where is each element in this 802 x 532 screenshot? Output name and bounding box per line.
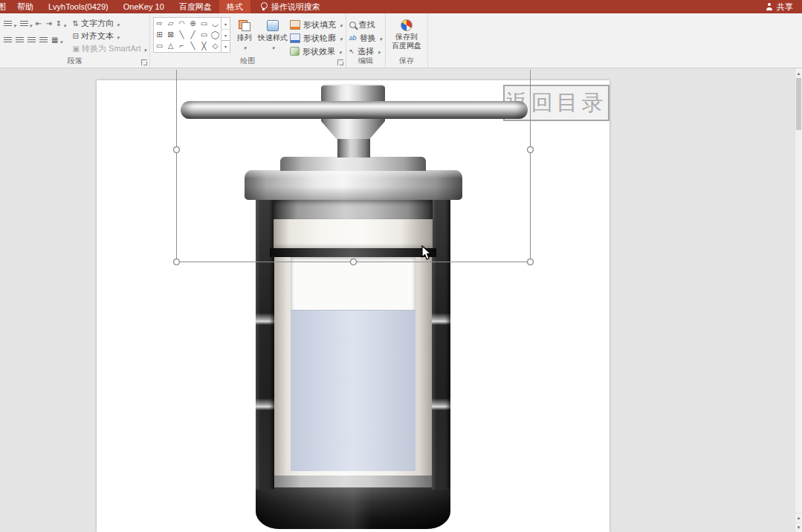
- justify-button[interactable]: [39, 36, 48, 45]
- align-right-icon: [28, 37, 36, 44]
- menu-tab-help[interactable]: 帮助: [10, 0, 41, 13]
- shape-cell[interactable]: ⇨: [154, 18, 165, 29]
- previous-slide-button[interactable]: [795, 513, 802, 522]
- quick-styles-button[interactable]: 快速样式: [259, 17, 287, 57]
- autoclave-lid-step: [280, 157, 426, 171]
- shapes-more-button[interactable]: [221, 40, 230, 52]
- autoclave-body-gap: [270, 248, 436, 257]
- menu-tab-baidu-netdisk[interactable]: 百度网盘: [172, 0, 219, 13]
- autoclave-lid-cap: [245, 170, 462, 200]
- dropdown-caret-icon: [243, 43, 247, 51]
- justify-icon: [39, 37, 48, 44]
- next-slide-button[interactable]: [795, 522, 802, 532]
- ribbon-group-paragraph: 文字方向 对齐文本 转换为 SmartArt 段落: [0, 13, 150, 68]
- dropdown-caret-icon: [377, 47, 381, 56]
- shape-cell[interactable]: ▭: [198, 18, 210, 29]
- dropdown-caret-icon: [116, 19, 120, 28]
- scroll-up-button[interactable]: [795, 68, 802, 78]
- align-center-button[interactable]: [15, 36, 25, 45]
- selection-handle-mid-right[interactable]: [527, 146, 534, 153]
- mouse-cursor-icon: [421, 245, 436, 262]
- paragraph-group-label: 段落: [0, 56, 149, 66]
- selection-handle-bottom-right[interactable]: [527, 259, 534, 265]
- align-left-button[interactable]: [3, 36, 13, 45]
- shape-cell[interactable]: ▭: [198, 29, 210, 40]
- menu-tab-partial[interactable]: 图: [0, 0, 10, 13]
- shape-effects-icon: [290, 47, 300, 56]
- arrange-button[interactable]: 排列: [230, 17, 259, 57]
- paragraph-dialog-launcher[interactable]: [141, 59, 147, 65]
- replace-button[interactable]: 替换: [349, 32, 383, 44]
- align-text-button[interactable]: 对齐文本: [73, 30, 146, 42]
- increase-indent-icon: [45, 20, 51, 27]
- shapes-scroll-down-button[interactable]: [221, 29, 230, 41]
- text-direction-button[interactable]: 文字方向: [73, 17, 146, 30]
- shape-outline-button[interactable]: 形状轮廓: [290, 32, 343, 44]
- shape-cell[interactable]: ⌐: [176, 40, 187, 51]
- powerpoint-window: 图 帮助 LvyhTools(0429) OneKey 10 百度网盘 格式 操…: [0, 0, 802, 532]
- dropdown-caret-icon: [379, 33, 383, 42]
- menu-tab-onekey[interactable]: OneKey 10: [116, 0, 172, 13]
- shape-cell[interactable]: ⊠: [165, 29, 176, 40]
- share-button[interactable]: 共享: [757, 0, 802, 13]
- selection-handle-mid-left[interactable]: [173, 146, 180, 153]
- shape-cell[interactable]: △: [165, 40, 176, 51]
- tellme-search[interactable]: 操作说明搜索: [261, 0, 320, 13]
- shape-cell[interactable]: ╲: [176, 29, 187, 40]
- vertical-scrollbar[interactable]: [795, 68, 802, 532]
- shapes-scroll-up-button[interactable]: [221, 18, 230, 29]
- align-left-icon: [4, 37, 12, 44]
- shape-cell[interactable]: ╱: [187, 29, 198, 40]
- numbering-button[interactable]: [19, 16, 33, 31]
- line-spacing-icon: [56, 20, 62, 27]
- align-text-icon: [73, 33, 79, 40]
- person-icon: [766, 3, 773, 10]
- shape-fill-button[interactable]: 形状填充: [290, 19, 343, 30]
- convert-to-smartart-button[interactable]: 转换为 SmartArt: [73, 42, 146, 55]
- align-center-icon: [16, 37, 24, 44]
- numbering-icon: [20, 21, 28, 27]
- align-right-button[interactable]: [27, 36, 36, 45]
- shape-cell[interactable]: ◠: [176, 18, 187, 29]
- dropdown-caret-icon: [339, 20, 343, 29]
- save-to-baidu-netdisk-button[interactable]: 保存到 百度网盘: [389, 17, 424, 51]
- shape-cell[interactable]: ◯: [210, 29, 221, 40]
- ribbon-group-editing: 查找 替换 选择 编辑: [346, 13, 387, 68]
- find-label: 查找: [359, 19, 375, 30]
- dropdown-caret-icon: [271, 43, 275, 51]
- bullets-button[interactable]: [3, 16, 17, 31]
- shape-cell[interactable]: ▱: [165, 18, 176, 29]
- shape-cell[interactable]: ◡: [210, 18, 221, 29]
- decrease-indent-button[interactable]: [35, 19, 42, 28]
- text-direction-label: 文字方向: [81, 18, 114, 29]
- line-spacing-button[interactable]: [55, 16, 67, 31]
- shape-cell[interactable]: ⊕: [187, 18, 198, 29]
- ribbon-group-save: 保存到 百度网盘 保存: [386, 13, 428, 68]
- shape-cell[interactable]: ▭: [154, 40, 165, 51]
- baidu-netdisk-icon: [401, 19, 413, 31]
- decrease-indent-icon: [36, 20, 42, 27]
- selection-handle-bottom-left[interactable]: [173, 259, 180, 265]
- shape-cell[interactable]: ╳: [198, 40, 210, 51]
- menu-tab-format[interactable]: 格式: [219, 0, 250, 13]
- menu-tab-lvyhtools[interactable]: LvyhTools(0429): [41, 0, 116, 13]
- ribbon-group-drawing: ⇨ ▱ ◠ ⊕ ▭ ◡ ⊞ ⊠ ╲ ╱ ▭ ◯ ▭ △ ⌐: [150, 13, 346, 68]
- shape-fill-label: 形状填充: [303, 19, 336, 30]
- drawing-dialog-launcher[interactable]: [337, 59, 343, 65]
- dropdown-caret-icon: [116, 32, 120, 41]
- selection-border-right: [530, 70, 531, 262]
- selection-handle-bottom-center[interactable]: [350, 259, 357, 265]
- find-button[interactable]: 查找: [349, 19, 383, 30]
- shape-cell[interactable]: ◇: [210, 40, 221, 51]
- dropdown-caret-icon: [29, 17, 33, 30]
- increase-indent-button[interactable]: [45, 19, 52, 28]
- shape-cell[interactable]: ⊞: [154, 29, 165, 40]
- align-text-label: 对齐文本: [81, 30, 114, 42]
- columns-button[interactable]: [51, 33, 63, 48]
- shape-cell[interactable]: ╲: [187, 40, 198, 51]
- replace-icon: [349, 34, 357, 42]
- dropdown-caret-icon: [59, 33, 62, 47]
- autoclave-shell-right: [432, 195, 450, 490]
- scroll-thumb[interactable]: [796, 78, 801, 130]
- text-direction-icon: [73, 20, 79, 27]
